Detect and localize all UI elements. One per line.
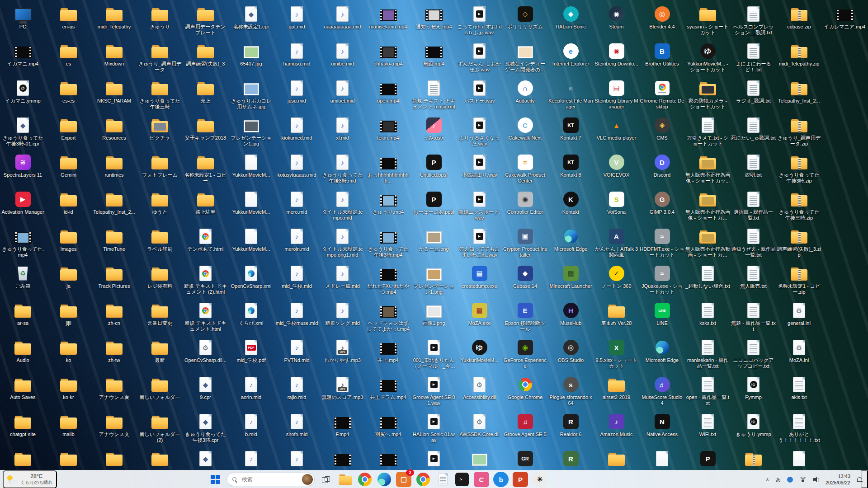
desktop-icon[interactable]: きゅうり: [137, 4, 183, 41]
search-input[interactable]: [241, 476, 298, 483]
desktop-icon[interactable]: ▣Crypton Product Installer: [502, 226, 548, 263]
desktop-icon[interactable]: ♪uaaaaaaaaa.mid: [320, 4, 365, 41]
desktop-icon[interactable]: F.mp4: [320, 411, 365, 448]
volume-icon[interactable]: [812, 476, 820, 483]
desktop-icon[interactable]: ⚙OpenCvSharp.dll...: [183, 337, 228, 374]
desktop-icon[interactable]: YukkuriMovieM...: [228, 226, 274, 263]
desktop-icon[interactable]: [639, 448, 685, 470]
desktop-icon[interactable]: 万引きメモ.txt - ショートカット: [685, 115, 731, 152]
desktop-icon[interactable]: ▶小銭詰まり.wav: [457, 152, 502, 189]
desktop-icon[interactable]: PDFmid_学校.pdf: [228, 337, 274, 374]
desktop-icon[interactable]: ◇ポリリリリズム: [502, 4, 548, 41]
desktop-icon[interactable]: ♪rajio.mid: [274, 374, 320, 411]
desktop-icon[interactable]: きゅうり食ってた午後三時.zip: [776, 189, 822, 226]
desktop-icon[interactable]: 死にたい_ゅ歌詞.txt: [731, 115, 776, 152]
desktop-icon[interactable]: _起動しない場合.txt: [685, 263, 731, 300]
wifi-icon[interactable]: [798, 476, 807, 483]
taskbar-app-pink-app[interactable]: C: [473, 471, 490, 488]
desktop-icon[interactable]: jijii: [46, 300, 91, 337]
desktop-icon[interactable]: PUntitled.ppsf: [411, 152, 457, 189]
desktop-icon[interactable]: ⚙general.ini: [776, 300, 822, 337]
desktop-icon[interactable]: ♪kiokumed.mid: [274, 115, 320, 152]
desktop-icon[interactable]: ♪mid_学校muse.mid: [274, 300, 320, 337]
desktop-icon[interactable]: Audio: [0, 337, 46, 374]
desktop-icon[interactable]: ≈JQuake.exe - ショートカット: [639, 263, 685, 300]
desktop-icon[interactable]: 羽尻へ.mp4: [365, 411, 411, 448]
desktop-icon[interactable]: Mixdown: [91, 41, 137, 78]
desktop-icon[interactable]: ピクチャ: [137, 115, 183, 152]
desktop-icon[interactable]: アナウンス文: [91, 411, 137, 448]
desktop-icon[interactable]: 65407.jpg: [228, 41, 274, 78]
desktop-icon[interactable]: Resources: [91, 115, 137, 152]
desktop-icon[interactable]: es: [46, 41, 91, 78]
desktop-icon[interactable]: ♪PVTNd.mid: [274, 337, 320, 374]
desktop-icon[interactable]: ♪mero.mid: [274, 189, 320, 226]
desktop-icon[interactable]: フォトフレーム: [137, 152, 183, 189]
desktop-icon[interactable]: open - 親作品一覧.txt: [685, 374, 731, 411]
desktop-icon[interactable]: Telepathy_Inst_2...: [91, 189, 137, 226]
desktop-icon[interactable]: malib: [46, 411, 91, 448]
desktop-icon[interactable]: ⚙Accessibility.dll: [457, 374, 502, 411]
desktop-icon[interactable]: ♪きゅうり食ってた午後3時.mid: [320, 152, 365, 189]
desktop-icon[interactable]: ♪mid_学校.mid: [274, 263, 320, 300]
desktop-icon[interactable]: P: [685, 448, 731, 470]
desktop-icon[interactable]: Export: [46, 115, 91, 152]
desktop-icon[interactable]: airset2-2019: [594, 374, 639, 411]
desktop-icon[interactable]: 孤独なインディーゲーム開発者の一生 ...: [502, 41, 548, 78]
desktop-icon[interactable]: SVoiSona: [594, 189, 639, 226]
desktop-icon[interactable]: 営業日変更: [137, 300, 183, 337]
desktop-icon[interactable]: ◆きゅうり食ってた午後3時-01.cpr: [0, 115, 46, 152]
desktop-icon[interactable]: teion.mp4: [365, 115, 411, 152]
taskbar-app-notepad[interactable]: [434, 471, 451, 488]
desktop-icon[interactable]: ▲VLC media player: [594, 115, 639, 152]
desktop-icon[interactable]: LINELINE: [639, 300, 685, 337]
desktop-icon[interactable]: ▶Activation Manager: [0, 189, 46, 226]
desktop-icon[interactable]: ◆Cubase 14: [502, 263, 548, 300]
desktop-icon[interactable]: ohhayo-.mp4: [365, 41, 411, 78]
desktop-icon[interactable]: zh-cn: [91, 300, 137, 337]
desktop-icon[interactable]: ♪aorin.mid: [228, 374, 274, 411]
desktop-icon[interactable]: ▤Steinberg Library Manager: [594, 78, 639, 115]
desktop-icon[interactable]: ≋SpectraLayers 11: [0, 152, 46, 189]
desktop-icon[interactable]: Track Pictures: [91, 263, 137, 300]
desktop-icon[interactable]: [457, 448, 502, 470]
desktop-icon[interactable]: 新規 テキストドキュメント.html: [183, 300, 228, 337]
desktop-icon[interactable]: GR: [502, 448, 548, 470]
desktop-icon[interactable]: ♪kotusytuaaus.mid: [274, 152, 320, 189]
desktop-icon[interactable]: ⚙AWSSDK.Core.dll: [457, 411, 502, 448]
desktop-icon[interactable]: BBrother Utilities: [639, 41, 685, 78]
desktop-icon[interactable]: ▶新規エクスポート.wav: [457, 189, 502, 226]
desktop-icon[interactable]: ▶パスドラ.wav: [457, 78, 502, 115]
desktop-icon[interactable]: HMuseHub: [548, 300, 594, 337]
taskbar-app-powerpoint[interactable]: P: [512, 471, 528, 488]
show-desktop-button[interactable]: [861, 470, 868, 488]
desktop-icon[interactable]: 無題.mp4: [411, 41, 457, 78]
desktop-icon[interactable]: イカマニ.mp4: [0, 41, 46, 78]
desktop-icon[interactable]: manisekarin.mp4: [365, 4, 411, 41]
desktop-icon[interactable]: GGIMP 3.0.4: [639, 189, 685, 226]
desktop-icon[interactable]: ◆: [183, 448, 228, 470]
desktop-icon[interactable]: [137, 448, 183, 470]
desktop-icon[interactable]: テンポあて.html: [183, 226, 228, 263]
desktop-icon[interactable]: ksks.txt: [685, 300, 731, 337]
desktop-icon[interactable]: Pおーぱーにあ.ppsf: [411, 189, 457, 226]
desktop-icon[interactable]: プレゼンテーション1.png: [411, 263, 457, 300]
desktop-icon[interactable]: zh-tw: [91, 337, 137, 374]
desktop-icon[interactable]: ゆYukkuriMovieM...: [457, 337, 502, 374]
desktop-icon[interactable]: ⚙MoZA.ini: [776, 337, 822, 374]
desktop-icon[interactable]: ▶001_東北きりたん（ノーマル）_今じゃ…: [411, 337, 457, 374]
desktop-icon[interactable]: [46, 448, 91, 470]
desktop-icon[interactable]: ♪MP3無題のスコア.mp3: [320, 374, 365, 411]
desktop-icon[interactable]: ko-kr: [46, 374, 91, 411]
desktop-icon[interactable]: ♪umibe.mid: [320, 41, 365, 78]
desktop-icon[interactable]: Microsoft Edge: [639, 337, 685, 374]
desktop-icon[interactable]: ゆイカマニ.ymmp: [0, 78, 46, 115]
desktop-icon[interactable]: cubase.zip: [776, 4, 822, 41]
desktop-icon[interactable]: 名称未設定1 - コピー.zip: [776, 263, 822, 300]
desktop-icon[interactable]: ♪タイトル未設定.tempo.mid: [320, 189, 365, 226]
desktop-icon[interactable]: ◉Steam: [594, 4, 639, 41]
desktop-icon[interactable]: ♪メドレー風.mid: [320, 263, 365, 300]
start-button[interactable]: [207, 471, 223, 488]
desktop-icon[interactable]: ♪: [274, 448, 320, 470]
desktop-icon[interactable]: ♪新規ソング.mid: [320, 300, 365, 337]
